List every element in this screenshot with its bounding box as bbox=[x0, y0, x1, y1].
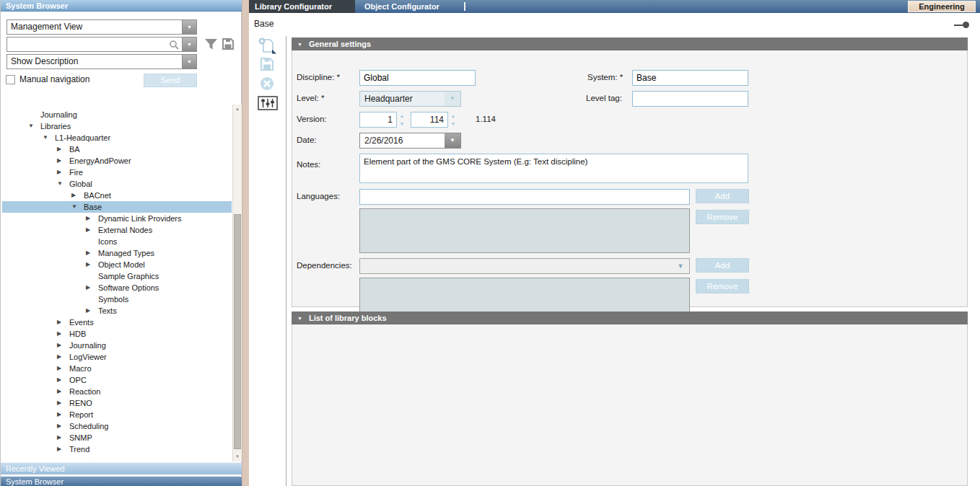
import-library-button[interactable] bbox=[258, 37, 277, 56]
chevron-collapsed-icon[interactable]: ▶ bbox=[86, 305, 96, 317]
chevron-collapsed-icon[interactable]: ▶ bbox=[57, 397, 67, 409]
tree-item-texts[interactable]: ▶Texts bbox=[2, 305, 232, 317]
dependencies-listbox[interactable] bbox=[359, 278, 690, 315]
notes-textarea[interactable]: Element part of the GMS CORE System (E.g… bbox=[359, 154, 748, 183]
system-input[interactable] bbox=[632, 70, 748, 86]
spinner-down-icon[interactable]: ▼ bbox=[398, 120, 406, 128]
tree-item-bacnet[interactable]: ▶BACnet bbox=[2, 190, 232, 201]
chevron-collapsed-icon[interactable]: ▶ bbox=[86, 282, 96, 293]
chevron-collapsed-icon[interactable]: ▶ bbox=[57, 374, 67, 386]
chevron-collapsed-icon[interactable]: ▶ bbox=[57, 340, 67, 351]
tab-engineering[interactable]: Engineering bbox=[908, 1, 976, 12]
tree-scrollbar[interactable]: ▲ ▼ bbox=[232, 105, 242, 461]
scrollbar-thumb[interactable] bbox=[234, 214, 241, 449]
tree-item-dynamic-link-providers[interactable]: ▶Dynamic Link Providers bbox=[2, 213, 232, 224]
chevron-collapsed-icon[interactable]: ▶ bbox=[57, 409, 67, 420]
chevron-collapsed-icon[interactable]: ▶ bbox=[86, 213, 96, 224]
collapse-icon[interactable]: ▼ bbox=[297, 38, 302, 51]
tree-item-sample-graphics[interactable]: Sample Graphics bbox=[2, 270, 232, 282]
chevron-collapsed-icon[interactable]: ▶ bbox=[57, 167, 67, 178]
tree-item-energyandpower[interactable]: ▶EnergyAndPower bbox=[2, 155, 232, 167]
tree-item-events[interactable]: ▶Events bbox=[2, 317, 232, 328]
system-browser-bar[interactable]: System Browser bbox=[1, 476, 242, 486]
tree-item-managed-types[interactable]: ▶Managed Types bbox=[2, 247, 232, 259]
general-settings-header[interactable]: ▼General settings bbox=[292, 37, 968, 50]
tree-item-snmp[interactable]: ▶SNMP bbox=[2, 432, 232, 443]
pin-icon[interactable] bbox=[954, 22, 970, 29]
tree-item-trend[interactable]: ▶Trend bbox=[2, 443, 232, 455]
chevron-collapsed-icon[interactable]: ▶ bbox=[71, 190, 82, 201]
chevron-collapsed-icon[interactable]: ▶ bbox=[57, 443, 67, 455]
library-blocks-header[interactable]: ▼List of library blocks bbox=[292, 312, 968, 324]
tree-item-object-model[interactable]: ▶Object Model bbox=[2, 259, 232, 270]
tree-item-base[interactable]: ▼Base bbox=[2, 201, 232, 213]
send-button[interactable]: Send bbox=[144, 74, 197, 87]
tree-item-software-options[interactable]: ▶Software Options bbox=[2, 282, 232, 293]
chevron-collapsed-icon[interactable]: ▶ bbox=[57, 420, 67, 432]
chevron-collapsed-icon[interactable]: ▶ bbox=[86, 224, 96, 236]
tree-item-icons[interactable]: Icons bbox=[2, 236, 232, 247]
display-mode-select[interactable]: Show Description ▼ bbox=[6, 54, 197, 69]
chevron-expanded-icon[interactable]: ▼ bbox=[57, 178, 67, 190]
tree-item-reno[interactable]: ▶RENO bbox=[2, 397, 232, 409]
chevron-expanded-icon[interactable]: ▼ bbox=[71, 201, 82, 213]
filter-button[interactable] bbox=[204, 38, 218, 53]
view-mode-dropdown-button[interactable]: ▼ bbox=[182, 20, 196, 34]
tree-item-report[interactable]: ▶Report bbox=[2, 409, 232, 420]
collapse-icon[interactable]: ▼ bbox=[297, 312, 302, 325]
tree-item-journaling[interactable]: Journaling bbox=[2, 109, 232, 120]
level-select[interactable]: Headquarter ▼ bbox=[359, 91, 461, 107]
search-dropdown-button[interactable]: ▼ bbox=[182, 37, 196, 51]
chevron-expanded-icon[interactable]: ▼ bbox=[43, 132, 53, 143]
date-select[interactable]: 2/26/2016 ▼ bbox=[359, 133, 461, 149]
save-filter-button[interactable] bbox=[222, 37, 235, 53]
dependencies-remove-button[interactable]: Remove bbox=[696, 279, 749, 293]
tree-item-macro[interactable]: ▶Macro bbox=[2, 363, 232, 374]
chevron-collapsed-icon[interactable]: ▶ bbox=[57, 143, 67, 155]
search-box[interactable]: ▼ bbox=[6, 37, 197, 52]
languages-add-button[interactable]: Add bbox=[696, 189, 749, 203]
dependencies-select[interactable]: ▼ bbox=[359, 258, 690, 274]
languages-remove-button[interactable]: Remove bbox=[696, 210, 749, 224]
chevron-down-icon[interactable]: ▼ bbox=[445, 92, 460, 106]
chevron-collapsed-icon[interactable]: ▶ bbox=[57, 317, 67, 328]
level-tag-input[interactable] bbox=[632, 91, 748, 107]
chevron-collapsed-icon[interactable]: ▶ bbox=[57, 155, 67, 167]
discipline-input[interactable] bbox=[359, 70, 476, 86]
languages-listbox[interactable] bbox=[359, 208, 690, 253]
tab-library-configurator[interactable]: Library Configurator bbox=[249, 0, 355, 13]
save-button[interactable] bbox=[260, 57, 274, 74]
search-input[interactable] bbox=[7, 37, 170, 51]
scroll-up-icon[interactable]: ▲ bbox=[233, 105, 242, 114]
tree-item-fire[interactable]: ▶Fire bbox=[2, 167, 232, 178]
settings-button[interactable] bbox=[258, 96, 278, 112]
tree-item-ba[interactable]: ▶BA bbox=[2, 143, 232, 155]
chevron-collapsed-icon[interactable]: ▶ bbox=[86, 259, 96, 270]
cancel-button[interactable] bbox=[260, 76, 274, 93]
spinner-down-icon[interactable]: ▼ bbox=[450, 120, 457, 128]
chevron-collapsed-icon[interactable]: ▶ bbox=[57, 432, 67, 443]
chevron-down-icon[interactable]: ▼ bbox=[673, 259, 688, 273]
tree-item-libraries[interactable]: ▼Libraries bbox=[2, 120, 232, 132]
tree-item-global[interactable]: ▼Global bbox=[2, 178, 232, 190]
tree-item-reaction[interactable]: ▶Reaction bbox=[2, 386, 232, 397]
version-minor-stepper[interactable]: 114 bbox=[411, 112, 448, 128]
tree-item-opc[interactable]: ▶OPC bbox=[2, 374, 232, 386]
chevron-collapsed-icon[interactable]: ▶ bbox=[57, 386, 67, 397]
chevron-expanded-icon[interactable]: ▼ bbox=[28, 120, 38, 132]
tree-item-logviewer[interactable]: ▶LogViewer bbox=[2, 351, 232, 363]
tree-item-journaling[interactable]: ▶Journaling bbox=[2, 340, 232, 351]
panel-splitter[interactable] bbox=[242, 0, 249, 486]
chevron-collapsed-icon[interactable]: ▶ bbox=[86, 247, 96, 259]
recently-viewed-bar[interactable]: Recently Viewed bbox=[1, 462, 242, 474]
chevron-collapsed-icon[interactable]: ▶ bbox=[57, 363, 67, 374]
view-mode-select[interactable]: Management View ▼ bbox=[6, 19, 197, 35]
spinner-up-icon[interactable]: ▲ bbox=[398, 112, 406, 120]
spinner-up-icon[interactable]: ▲ bbox=[450, 112, 457, 120]
manual-navigation-checkbox[interactable] bbox=[6, 75, 15, 84]
tree-item-l1-headquarter[interactable]: ▼L1-Headquarter bbox=[2, 132, 232, 143]
tab-object-configurator[interactable]: Object Configurator bbox=[359, 0, 439, 13]
languages-input[interactable] bbox=[359, 189, 690, 205]
tree-item-external-nodes[interactable]: ▶External Nodes bbox=[2, 224, 232, 236]
scroll-down-icon[interactable]: ▼ bbox=[233, 452, 242, 461]
